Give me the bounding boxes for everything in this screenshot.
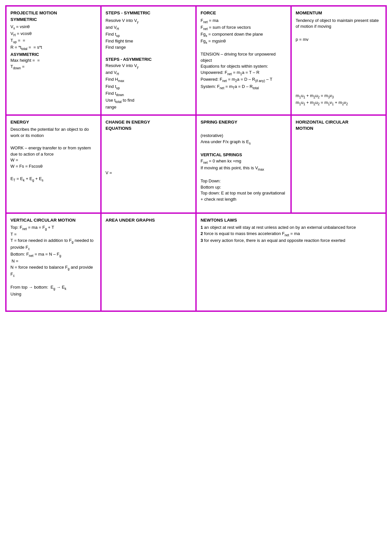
spring-energy-title: SPRING ENERGY bbox=[201, 119, 286, 126]
spring-energy-content: (restorative) Area under F/x graph is Es… bbox=[201, 126, 286, 203]
steps-title: STEPS - SYMMETRIC bbox=[106, 10, 191, 16]
cell-vertical-circular: VERTICAL CIRCULAR MOTION Top: Fnet = ma … bbox=[6, 213, 101, 311]
cell-area-graphs: AREA UNDER GRAPHS bbox=[101, 213, 196, 311]
area-graphs-title: AREA UNDER GRAPHS bbox=[106, 217, 191, 224]
physics-reference-grid: PROJECTILE MOTIONSYMMETRIC Vx = vsinθ VH… bbox=[5, 5, 387, 312]
cell-spring-energy: SPRING ENERGY (restorative) Area under F… bbox=[196, 115, 291, 213]
momentum-title: MOMENTUM bbox=[296, 10, 382, 16]
cell-force: FORCE Fnet = ma Fnet = sum of force vect… bbox=[196, 6, 291, 115]
force-title: FORCE bbox=[201, 10, 286, 16]
momentum-desc: Tendency of object to maintain present s… bbox=[296, 18, 382, 30]
cell-momentum: MOMENTUM Tendency of object to maintain … bbox=[291, 6, 386, 115]
change-energy-title: CHANGE IN ENERGYEQUATIONS bbox=[106, 119, 191, 132]
cell-projectile-motion: PROJECTILE MOTIONSYMMETRIC Vx = vsinθ VH… bbox=[6, 6, 101, 115]
steps-content: Resolve V into Vy and VH Find tup Find f… bbox=[106, 18, 191, 110]
momentum-formula1: p = mv bbox=[296, 37, 382, 43]
energy-title: ENERGY bbox=[10, 119, 96, 126]
horizontal-circular-title: HORIZONTAL CIRCULARMOTION bbox=[296, 119, 382, 132]
newtons-title: NEWTONS LAWS bbox=[201, 217, 382, 224]
newtons-content: 1 an object at rest will stay at rest un… bbox=[201, 225, 382, 244]
energy-content: Describes the potential for an object to… bbox=[10, 126, 96, 183]
vertical-circular-content: Top: Fnet = ma = Fg + T T = T = force ne… bbox=[10, 225, 96, 297]
cell-energy: ENERGY Describes the potential for an ob… bbox=[6, 115, 101, 213]
projectile-content: Vx = vsinθ VH = vcosθ Tup = = R = *ttota… bbox=[10, 24, 96, 71]
cell-change-energy: CHANGE IN ENERGYEQUATIONS V = bbox=[101, 115, 196, 213]
vertical-circular-title: VERTICAL CIRCULAR MOTION bbox=[10, 217, 96, 224]
cell-horizontal-circular: HORIZONTAL CIRCULARMOTION bbox=[291, 115, 386, 213]
cell-newtons-laws: NEWTONS LAWS 1 an object at rest will st… bbox=[196, 213, 386, 311]
change-energy-content: V = bbox=[106, 133, 191, 176]
momentum-formula2: m1u1 + m2u2 = m3v3 m1u1 + m2u2 = m1v1 + … bbox=[296, 93, 382, 107]
cell-steps: STEPS - SYMMETRIC Resolve V into Vy and … bbox=[101, 6, 196, 115]
projectile-title: PROJECTILE MOTIONSYMMETRIC bbox=[10, 10, 96, 23]
force-content: Fnet = ma Fnet = sum of force vectors Fg… bbox=[201, 18, 286, 91]
